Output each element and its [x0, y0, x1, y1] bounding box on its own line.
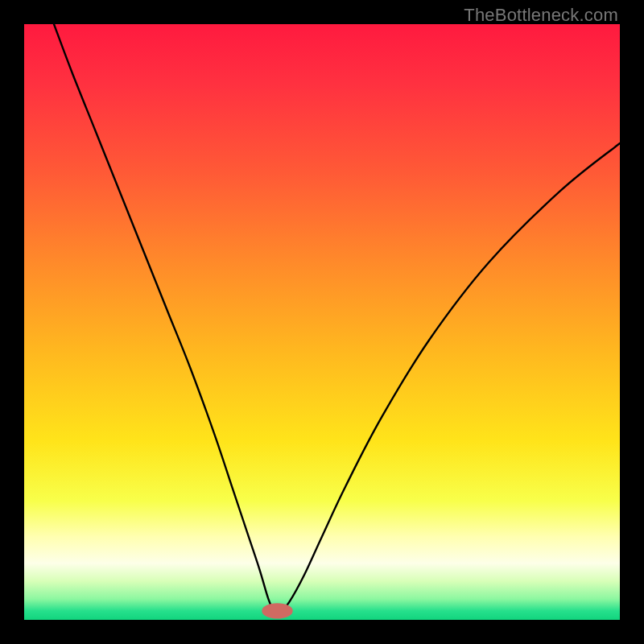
- gradient-background: [24, 24, 620, 620]
- optimum-marker: [262, 603, 292, 618]
- watermark-text: TheBottleneck.com: [464, 5, 618, 26]
- bottleneck-chart: [24, 24, 620, 620]
- chart-frame: [24, 24, 620, 620]
